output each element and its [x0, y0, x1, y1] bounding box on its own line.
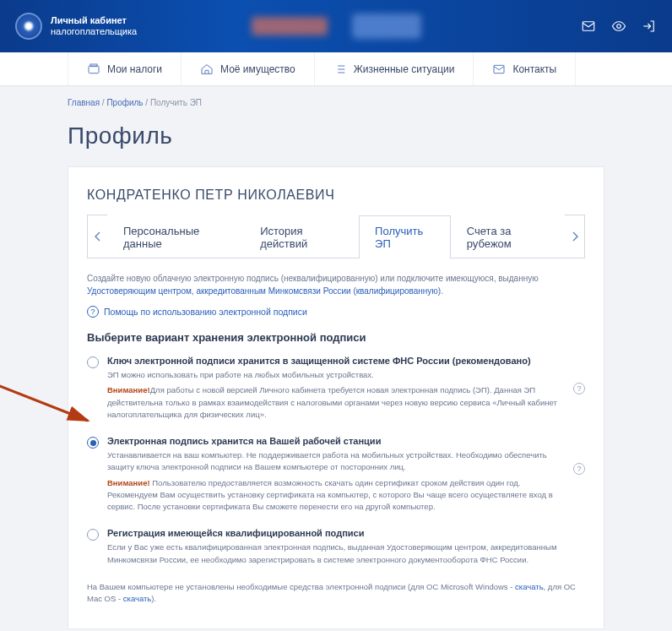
section-title: Выберите вариант хранения электронной по…	[87, 331, 585, 344]
chevron-right-icon	[572, 231, 578, 242]
nav-item-property[interactable]: Моё имущество	[182, 52, 315, 85]
tab-get-signature[interactable]: Получить ЭП	[359, 215, 451, 258]
download-macos-link[interactable]: скачать	[123, 594, 152, 603]
house-icon	[200, 63, 214, 76]
logout-icon[interactable]	[642, 19, 657, 34]
breadcrumb: Главная / Профиль / Получить ЭП	[0, 86, 672, 107]
header-center-blurred	[252, 14, 420, 38]
breadcrumb-profile[interactable]: Профиль	[106, 98, 143, 107]
tab-personal-data[interactable]: Персональные данные	[107, 215, 244, 258]
option-warning: Внимание! Пользователю предоставляется в…	[107, 477, 566, 514]
option-desc: Устанавливается на ваш компьютер. Не под…	[107, 449, 566, 474]
nav-item-situations[interactable]: Жизненные ситуации	[315, 52, 474, 85]
svg-rect-0	[583, 22, 594, 31]
footnote-install: На Вашем компьютере не установлены необх…	[87, 581, 585, 606]
page-title: Профиль	[0, 107, 672, 158]
option-fns-system: Ключ электронной подписи хранится в защи…	[87, 356, 585, 424]
envelope-icon	[492, 63, 506, 76]
list-icon	[333, 63, 347, 76]
svg-point-1	[617, 24, 621, 29]
main-nav: Мои налоги Моё имущество Жизненные ситуа…	[0, 52, 672, 86]
tabs-scroll-left[interactable]	[87, 215, 107, 258]
option-help-icon[interactable]: ?	[573, 463, 585, 475]
tabs-row: Персональные данные История действий Пол…	[87, 215, 585, 258]
header: Личный кабинет налогоплательщика	[0, 0, 672, 52]
radio-option-0[interactable]	[87, 356, 99, 368]
svg-rect-2	[89, 66, 99, 73]
logo-emblem	[15, 13, 42, 40]
profile-card: КОНДРАТЕНКО ПЕТР НИКОЛАЕВИЧ Персональные…	[68, 166, 604, 629]
svg-rect-4	[494, 65, 504, 73]
svg-rect-3	[90, 64, 97, 67]
logo-text: Личный кабинет налогоплательщика	[51, 15, 137, 37]
logo-block[interactable]: Личный кабинет налогоплательщика	[15, 13, 137, 40]
breadcrumb-current: Получить ЭП	[150, 98, 202, 107]
option-warning: Внимание!Для работы с новой версией Личн…	[107, 384, 566, 421]
option-title: Ключ электронной подписи хранится в защи…	[107, 356, 566, 366]
tabs-scroll-right[interactable]	[565, 215, 585, 258]
intro-text: Создайте новую облачную электронную подп…	[87, 272, 585, 297]
option-desc: Если у Вас уже есть квалифицированная эл…	[107, 541, 566, 566]
option-workstation: Электронная подпись хранится на Вашей ра…	[87, 436, 585, 516]
question-icon: ?	[87, 306, 99, 318]
nav-item-contacts[interactable]: Контакты	[474, 52, 576, 85]
tab-history[interactable]: История действий	[244, 215, 359, 258]
tab-foreign-accounts[interactable]: Счета за рубежом	[451, 215, 565, 258]
option-desc: ЭП можно использовать при работе на любы…	[107, 369, 566, 381]
radio-option-2[interactable]	[87, 529, 99, 541]
option-existing-signature: Регистрация имеющейся квалифицированной …	[87, 528, 585, 569]
eye-icon[interactable]	[611, 19, 626, 34]
mail-icon[interactable]	[581, 19, 596, 34]
user-name: КОНДРАТЕНКО ПЕТР НИКОЛАЕВИЧ	[87, 188, 585, 203]
radio-option-1[interactable]	[87, 437, 99, 449]
nav-item-taxes[interactable]: Мои налоги	[68, 52, 182, 85]
wallet-icon	[87, 63, 100, 76]
intro-link[interactable]: Удостоверяющим центром, аккредитованным …	[87, 286, 441, 296]
breadcrumb-home[interactable]: Главная	[68, 98, 100, 107]
help-link[interactable]: ? Помощь по использованию электронной по…	[87, 306, 585, 318]
option-help-icon[interactable]: ?	[573, 383, 585, 394]
option-title: Электронная подпись хранится на Вашей ра…	[107, 436, 566, 446]
download-windows-link[interactable]: скачать	[515, 582, 544, 591]
chevron-left-icon	[95, 231, 101, 242]
option-title: Регистрация имеющейся квалифицированной …	[107, 528, 566, 538]
